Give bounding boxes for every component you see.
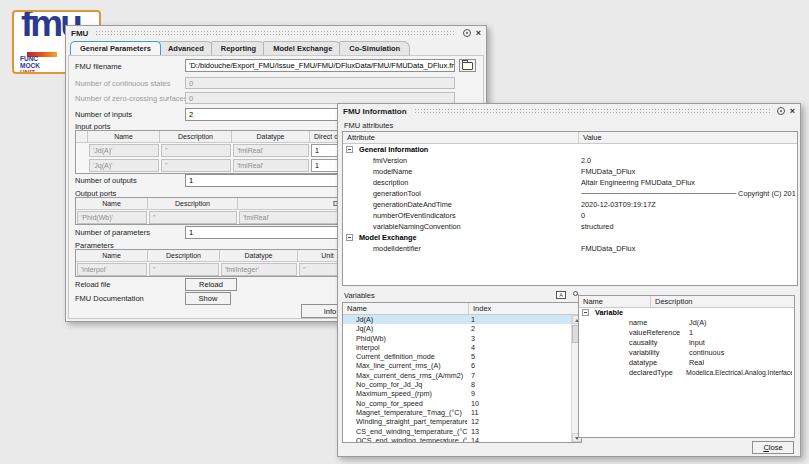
close-icon[interactable]: × [790,107,795,116]
browse-file-button[interactable] [459,59,476,72]
list-item[interactable]: No_comp_for_speed10 [343,399,581,408]
tab-co-simulation[interactable]: Co-Simulation [339,41,410,55]
fmu-filename-input[interactable]: 'D:/bidouche/Export_FMU/Issue_FMU/FMU/DF… [185,59,455,72]
attribute-name: modelIdentifier [373,243,421,254]
list-item[interactable]: Max_line_current_rms_(A)6 [343,361,581,370]
find-variable-icon[interactable]: A [556,291,566,299]
column-header[interactable]: Index [469,303,581,314]
attribute-name: generationTool [373,188,421,199]
folder-icon [462,62,473,70]
column-header[interactable]: Name [76,198,148,209]
tree-item-row[interactable]: description Altair Engineering FMUData_D… [343,177,797,188]
list-item[interactable]: Jq(A)2 [343,324,581,333]
column-header[interactable]: Name [76,250,148,261]
tree-item-row[interactable]: name Jd(A) [579,318,794,328]
zero-crossing-label: Number of zero-crossing surfaces. [75,94,190,103]
show-documentation-button[interactable]: Show [185,292,231,305]
variable-index: 5 [467,352,581,361]
column-header[interactable]: Name [579,296,651,307]
tree-item-row[interactable]: valueReference 1 [579,328,794,338]
tab-reporting[interactable]: Reporting [211,41,266,55]
list-item[interactable]: Max_current_dens_rms_(A/mm2)7 [343,371,581,380]
column-header[interactable]: Attribute [343,132,579,143]
titlebar-drag-handle[interactable] [95,30,455,36]
group-label: Variable [595,308,623,318]
variable-name: Max_line_current_rms_(A) [343,361,467,370]
tab-model-exchange[interactable]: Model Exchange [263,41,342,55]
tree-item-row[interactable]: modelIdentifier FMUData_DFlux [343,243,797,254]
collapse-icon[interactable] [582,309,589,316]
list-item[interactable]: Winding_straight_part_temperature_(°C)12 [343,417,581,426]
list-item[interactable]: No_comp_for_Jd_Jq8 [343,380,581,389]
tree-group-row[interactable]: General Information [343,144,797,155]
variable-index: 8 [467,380,581,389]
list-item[interactable]: OCS_end_winding_temperature_(°C)14 [343,436,581,443]
list-item[interactable]: Maximum_speed_(rpm)9 [343,389,581,398]
column-header[interactable]: Name [88,131,160,142]
collapse-icon[interactable] [346,146,353,153]
variable-name: Maximum_speed_(rpm) [343,389,467,398]
collapse-icon[interactable] [346,234,353,241]
reload-button[interactable]: Reload [185,278,237,291]
tree-item-row[interactable]: generationTool ─────────────────────────… [343,188,797,199]
property-name: datatype [629,358,657,368]
tab-general-parameters[interactable]: General Parameters [70,41,161,55]
tree-group-row[interactable]: Variable [579,308,794,318]
tree-item-row[interactable]: modelName FMUData_DFlux [343,166,797,177]
row-handle[interactable] [77,159,87,172]
row-handle[interactable] [77,144,87,157]
variable-index: 4 [467,343,581,352]
float-window-icon[interactable] [777,107,785,115]
column-header[interactable]: Description [651,296,794,307]
variable-name: Max_current_dens_rms_(A/mm2) [343,371,467,380]
column-header[interactable]: Description [148,250,220,261]
variable-name: Phid(Wb) [343,334,467,343]
list-item[interactable]: interpol4 [343,343,581,352]
tree-item-row[interactable]: fmiVersion 2.0 [343,155,797,166]
variable-index: 1 [467,315,581,324]
tree-item-row[interactable]: numberOfEventIndicators 0 [343,210,797,221]
column-header[interactable]: Description [160,131,232,142]
variable-index: 7 [467,371,581,380]
corner-header-cell[interactable] [76,131,88,142]
close-button-label: Close [763,443,782,452]
tree-item-row[interactable]: declaredType Modelica.Electrical.Analog.… [579,368,794,378]
tree-item-row[interactable]: variableNamingConvention structured [343,221,797,232]
variable-index: 13 [467,427,581,436]
list-item[interactable]: CS_end_winding_temperature_(°C)13 [343,427,581,436]
list-item[interactable]: Jd(A)1 [343,315,581,324]
column-header[interactable]: Datatype [220,250,298,261]
column-header[interactable]: Value [579,132,797,143]
tab-advanced[interactable]: Advanced [158,41,214,55]
attribute-value: 2.0 [581,155,795,166]
tree-item-row[interactable]: datatype Real [579,358,794,368]
column-header[interactable]: Datatype [232,131,310,142]
list-item[interactable]: Current_definition_mode5 [343,352,581,361]
column-header[interactable]: Description [148,198,238,209]
variable-index: 9 [467,389,581,398]
list-item[interactable]: Magnet_temperature_Tmag_(°C)11 [343,408,581,417]
variable-detail-panel: Name Description Variable name Jd(A) val… [578,295,795,438]
attributes-header: Attribute Value [343,132,797,144]
close-button[interactable]: Close [752,441,794,454]
titlebar-drag-handle[interactable] [414,108,770,114]
variable-index: 12 [467,417,581,426]
num-parameters-label: Number of parameters [75,228,150,237]
cell-description: '' [161,144,231,157]
cell-name: 'interpol' [77,263,147,276]
fmu-window-title: FMU [71,29,88,38]
attribute-value: 0 [581,210,795,221]
continuous-states-label: Number of continuous states [75,79,170,88]
variable-name: No_comp_for_speed [343,399,467,408]
tree-item-row[interactable]: variability continuous [579,348,794,358]
tree-item-row[interactable]: generationDateAndTime 2020-12-03T09:19:1… [343,199,797,210]
tree-item-row[interactable]: causality input [579,338,794,348]
close-icon[interactable]: × [476,29,481,38]
tree-group-row[interactable]: Model Exchange [343,232,797,243]
reload-file-label: Reload file [75,280,110,289]
attribute-name: modelName [373,166,412,177]
fmu-window-titlebar: FMU × [66,26,486,40]
list-item[interactable]: Phid(Wb)3 [343,334,581,343]
float-window-icon[interactable] [463,29,471,37]
column-header[interactable]: Name [343,303,469,314]
